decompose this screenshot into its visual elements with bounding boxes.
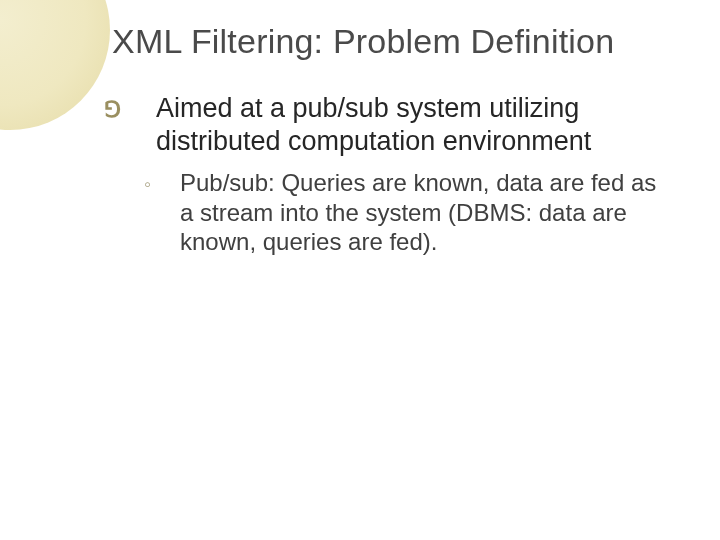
slide-body: ⅁Aimed at a pub/sub system utilizing dis…	[130, 92, 660, 257]
decorative-corner-circle	[0, 0, 110, 130]
script-bullet-icon: ⅁	[130, 97, 156, 124]
ring-bullet-icon: ◦	[162, 172, 180, 197]
bullet-level-2-text: Pub/sub: Queries are known, data are fed…	[180, 169, 656, 256]
bullet-level-1-text: Aimed at a pub/sub system utilizing dist…	[156, 93, 591, 156]
slide-title: XML Filtering: Problem Definition	[112, 22, 690, 61]
bullet-level-2: ◦Pub/sub: Queries are known, data are fe…	[148, 168, 660, 257]
bullet-level-1: ⅁Aimed at a pub/sub system utilizing dis…	[130, 92, 660, 158]
